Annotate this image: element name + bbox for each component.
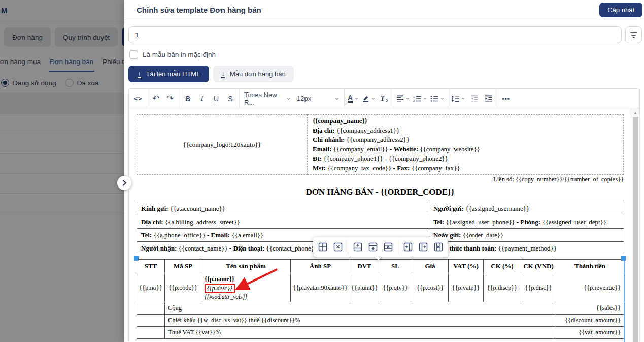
italic-button[interactable]: I — [195, 91, 209, 106]
upload-html-button[interactable]: ↑ Tải lên mẫu HTML — [128, 66, 209, 82]
align-button[interactable] — [395, 91, 412, 106]
table-properties-button[interactable] — [315, 239, 330, 255]
insert-row-below-icon — [368, 242, 378, 252]
drawer-title: Chỉnh sửa template Đơn hàng bán — [137, 6, 599, 14]
cell-name[interactable]: {{p.name}} {{p.desc}} {{#sod.attr_vals}} — [201, 273, 291, 302]
product-attrs-placeholder: {{#sod.attr_vals}} — [205, 294, 289, 300]
editor-toolbar: <> ↶ ↷ B I U S Times New R... 12px A — [129, 89, 639, 108]
modal-backdrop[interactable] — [0, 0, 124, 342]
editor-scrollbar[interactable]: ▲ — [631, 108, 639, 342]
col-header: Ảnh SP — [291, 260, 350, 273]
sample-template-button[interactable]: ↓ Mẫu đơn hàng bán — [213, 66, 293, 82]
align-left-icon — [396, 95, 404, 102]
bullet-list-button[interactable] — [429, 91, 446, 106]
table-selection-handle[interactable] — [621, 256, 626, 261]
font-family-dropdown[interactable]: Times New R... — [241, 91, 294, 106]
delete-table-icon — [333, 242, 343, 252]
scrollbar-thumb[interactable] — [633, 117, 638, 342]
code-view-button[interactable]: <> — [131, 91, 145, 106]
delete-column-button[interactable] — [431, 239, 446, 255]
summary-label: Thuế VAT {{vat}}% — [165, 327, 556, 339]
delete-table-button[interactable] — [330, 239, 346, 255]
company-logo-placeholder[interactable]: {{company_logo:120xauto}} — [137, 115, 308, 175]
cell-cost[interactable]: {{p.cost}} — [412, 273, 449, 302]
cell-no[interactable]: {{p.no}} — [137, 273, 165, 302]
chevron-down-icon — [405, 96, 410, 101]
bold-button[interactable]: B — [181, 91, 195, 106]
cell-discp[interactable]: {{p.discp}} — [484, 273, 521, 302]
col-header: Thành tiền — [556, 260, 624, 273]
info-cell[interactable]: Kính gửi: {{a.account_name}} — [137, 202, 429, 215]
company-line: {{company_name}} — [313, 116, 618, 126]
company-header-table[interactable]: {{company_logo:120xauto}} {{company_name… — [137, 114, 624, 175]
chevron-down-icon — [334, 96, 340, 101]
cell-qty[interactable]: {{p.qty}} — [379, 273, 412, 302]
download-icon: ↓ — [221, 70, 225, 78]
col-header: Mã SP — [165, 260, 201, 273]
company-line: Chi nhánh: {{company_address2}} — [313, 135, 618, 145]
insert-row-above-button[interactable] — [350, 239, 365, 255]
table-selection-handle[interactable] — [134, 256, 139, 261]
info-cell[interactable]: Ngày gửi: {{order_date}} — [429, 229, 624, 242]
cell-avatar[interactable]: {{p.avatar:90xauto}} — [291, 273, 350, 302]
collapse-drawer-button[interactable] — [117, 176, 131, 190]
undo-button[interactable]: ↶ — [149, 91, 163, 106]
svg-text:1: 1 — [413, 95, 415, 98]
product-header-row: STT Mã SP Tên sản phẩm Ảnh SP ĐVT SL Giá… — [137, 260, 624, 273]
col-header: Tên sản phẩm — [201, 260, 291, 273]
filter-button[interactable] — [625, 26, 642, 43]
editor-content[interactable]: {{company_logo:120xauto}} {{company_name… — [129, 108, 639, 342]
chevron-down-icon — [371, 96, 376, 101]
cell-unit[interactable]: {{p.unit}} — [350, 273, 379, 302]
insert-row-above-icon — [353, 242, 362, 252]
clear-formatting-button[interactable]: Tx — [377, 91, 391, 106]
cell-revenue[interactable]: {{p.revenue}} — [556, 273, 624, 302]
info-cell[interactable]: Người gửi: {{assigned_username}} — [429, 202, 624, 215]
company-line: Email: {{company_email}} - Website: {{co… — [313, 145, 618, 154]
underline-button[interactable]: U — [209, 91, 223, 106]
chevron-down-icon — [354, 96, 359, 101]
cell-disc[interactable]: {{p.disc}} — [521, 273, 556, 302]
info-cell[interactable]: Hình thức thanh toán: {{payment_method}} — [429, 242, 624, 255]
product-table-wrapper: STT Mã SP Tên sản phẩm Ảnh SP ĐVT SL Giá… — [137, 259, 624, 339]
company-line: Địa chỉ: {{company_address1}} — [313, 126, 618, 136]
text-color-button[interactable]: A — [346, 91, 360, 106]
clear-formatting-icon: T — [380, 94, 385, 103]
cell-code[interactable]: {{p.code}} — [165, 273, 201, 302]
drawer-header: Chỉnh sửa template Đơn hàng bán Cập nhật — [124, 0, 644, 20]
outdent-button[interactable] — [467, 91, 481, 106]
document-template[interactable]: {{company_logo:120xauto}} {{company_name… — [129, 108, 639, 339]
summary-row[interactable]: Chiết khấu {{w_disc_vs_vat}} thuế {{disc… — [137, 315, 624, 327]
default-template-row: Là mẫu bản in mặc định — [124, 43, 644, 59]
chevron-right-icon — [121, 179, 128, 186]
indent-button[interactable] — [481, 91, 495, 106]
insert-column-right-button[interactable] — [416, 239, 431, 255]
delete-row-button[interactable] — [381, 239, 396, 255]
product-data-row[interactable]: {{p.no}} {{p.code}} {{p.name}} {{p.desc}… — [137, 273, 624, 302]
summary-row[interactable]: Thuế VAT {{vat}}% {{vat_amount}} — [137, 327, 624, 339]
line-height-button[interactable] — [450, 91, 467, 106]
more-options-button[interactable]: ••• — [499, 91, 513, 106]
col-header: VAT (%) — [449, 260, 484, 273]
insert-row-below-button[interactable] — [365, 239, 381, 255]
insert-column-left-button[interactable] — [400, 239, 416, 255]
cell-vatp[interactable]: {{p.vatp}} — [449, 273, 484, 302]
product-table[interactable]: STT Mã SP Tên sản phẩm Ảnh SP ĐVT SL Giá… — [137, 259, 624, 339]
scrollbar-up-arrow[interactable]: ▲ — [631, 108, 639, 117]
strikethrough-button[interactable]: S — [223, 91, 238, 106]
info-cell[interactable]: Tel: {{assigned_user_phone}} - Phòng: {{… — [429, 215, 624, 229]
highlight-color-button[interactable] — [360, 91, 377, 106]
info-cell[interactable]: Địa chỉ: {{a.billing_address_street}} — [137, 215, 429, 229]
company-info-cell[interactable]: {{company_name}} Địa chỉ: {{company_addr… — [308, 115, 624, 175]
bullet-list-icon — [430, 95, 438, 102]
upload-icon: ↑ — [138, 70, 141, 78]
template-actions: ↑ Tải lên mẫu HTML ↓ Mẫu đơn hàng bán — [124, 59, 644, 82]
default-template-checkbox[interactable] — [129, 50, 138, 59]
template-name-input[interactable] — [128, 26, 622, 43]
summary-row[interactable]: Cộng {{sales}} — [137, 302, 624, 315]
summary-value: {{sales}} — [556, 302, 624, 315]
font-size-dropdown[interactable]: 12px — [294, 95, 343, 102]
redo-button[interactable]: ↷ — [163, 91, 177, 106]
update-button[interactable]: Cập nhật — [599, 3, 642, 17]
ordered-list-button[interactable]: 12 — [412, 91, 429, 106]
